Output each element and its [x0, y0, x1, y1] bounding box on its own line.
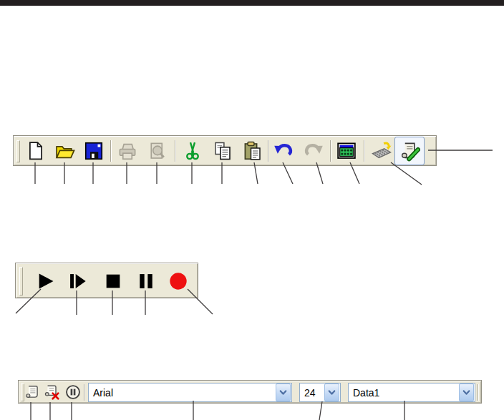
- toolbar-drag-grip[interactable]: [19, 267, 23, 296]
- new-button[interactable]: [22, 137, 49, 165]
- keyboard-icon: [371, 140, 392, 162]
- data-combobox[interactable]: Data1: [348, 383, 475, 402]
- pause-button[interactable]: [134, 269, 158, 293]
- toolbar-separator: [330, 140, 331, 162]
- pause-circle-icon: [64, 384, 82, 401]
- format-toolbar: Arial 24 Data1: [18, 380, 482, 404]
- step-button[interactable]: [65, 269, 89, 293]
- script-scroll-icon: [24, 384, 41, 401]
- playback-toolbar: [15, 263, 198, 298]
- standard-toolbar: [13, 135, 437, 166]
- script-delete-icon: [43, 384, 60, 401]
- record-icon: [168, 271, 188, 291]
- chevron-down-icon[interactable]: [459, 384, 474, 401]
- open-folder-icon: [54, 140, 76, 162]
- print-button-disabled[interactable]: [114, 137, 141, 165]
- redo-arrow-icon: [303, 140, 324, 162]
- script-delete-button[interactable]: [42, 383, 61, 401]
- clipboard-paste-icon: [242, 140, 263, 162]
- step-icon: [67, 271, 87, 291]
- keyboard-button[interactable]: [368, 137, 395, 165]
- printer-icon: [117, 140, 138, 162]
- script-button[interactable]: [23, 383, 42, 401]
- dialog-grid-icon: [336, 140, 357, 162]
- print-preview-icon: [147, 140, 168, 162]
- save-button[interactable]: [80, 137, 107, 165]
- record-button[interactable]: [166, 269, 190, 293]
- print-preview-button-disabled[interactable]: [144, 137, 171, 165]
- toolbar-separator: [175, 140, 176, 162]
- size-combobox-value: 24: [300, 387, 324, 399]
- play-icon: [36, 271, 56, 291]
- toolbar-separator: [364, 140, 365, 162]
- font-combobox-value: Arial: [89, 387, 276, 399]
- callout-lines-layer: [0, 0, 504, 420]
- paste-button[interactable]: [239, 137, 266, 165]
- toolbar-separator: [110, 140, 112, 162]
- open-button[interactable]: [52, 137, 79, 165]
- size-combobox[interactable]: 24: [299, 383, 341, 402]
- pause-circle-button[interactable]: [64, 383, 82, 401]
- new-document-icon: [25, 140, 47, 162]
- data-combobox-value: Data1: [349, 387, 459, 399]
- toolbar-drag-grip[interactable]: [16, 140, 20, 162]
- scissors-icon: [182, 140, 203, 162]
- stop-icon: [103, 271, 123, 291]
- page-canvas: Arial 24 Data1: [0, 0, 504, 420]
- toolbar-separator: [84, 384, 85, 401]
- toolbar-separator: [478, 384, 479, 401]
- play-button[interactable]: [34, 269, 58, 293]
- top-rule: [0, 0, 504, 6]
- pause-icon: [136, 271, 156, 291]
- chevron-down-icon[interactable]: [324, 384, 339, 401]
- font-combobox[interactable]: Arial: [88, 383, 292, 402]
- redo-button-disabled[interactable]: [300, 137, 327, 165]
- stop-button[interactable]: [101, 269, 125, 293]
- cut-button[interactable]: [179, 137, 206, 165]
- script-magnifier-icon: [399, 140, 420, 162]
- undo-arrow-icon: [273, 140, 294, 162]
- chevron-down-icon[interactable]: [276, 384, 291, 401]
- copy-icon: [212, 140, 233, 162]
- toolbar-separator: [268, 140, 269, 162]
- undo-button[interactable]: [270, 137, 297, 165]
- dialog-editor-button[interactable]: [333, 137, 360, 165]
- copy-button[interactable]: [209, 137, 236, 165]
- script-inspector-button-selected[interactable]: [394, 137, 425, 165]
- save-floppy-icon: [83, 140, 105, 162]
